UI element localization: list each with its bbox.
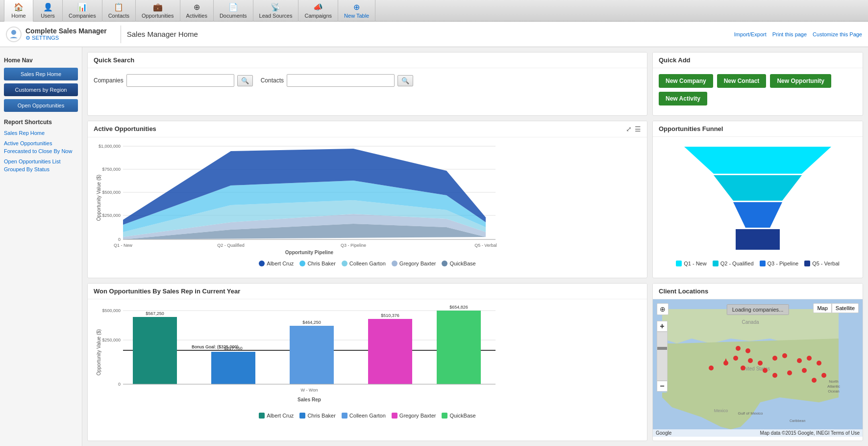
q3-label: Q3 - Pipeline: [768, 261, 799, 266]
nav-home[interactable]: 🏠 Home: [4, 0, 33, 22]
top-navigation: 🏠 Home 👤 Users 📊 Companies 📋 Contacts 💼 …: [0, 0, 868, 22]
map-nav-button[interactable]: ⊕: [657, 303, 669, 315]
companies-icon: 📊: [77, 2, 87, 12]
svg-text:$1,000,000: $1,000,000: [99, 144, 121, 149]
documents-icon: 📄: [228, 2, 238, 12]
shortcut-active-opportunities[interactable]: Active Opportunities Forecasted to Close…: [4, 140, 78, 155]
zoom-out-button[interactable]: −: [657, 381, 668, 392]
companies-search-button[interactable]: 🔍: [237, 75, 253, 86]
won-title: Won Opportunities By Sales Rep in Curren…: [94, 288, 240, 295]
contacts-search-button[interactable]: 🔍: [397, 75, 413, 86]
nav-lead-sources[interactable]: 📡 Lead Sources: [253, 0, 299, 22]
funnel-legend-q2: Q2 - Qualified: [713, 261, 754, 266]
svg-point-65: [748, 358, 753, 363]
contacts-label: Contacts: [261, 77, 284, 84]
won-svg: Opportunity Value ($) $500,000 $250,000 …: [94, 303, 505, 406]
search-form: Companies 🔍 Contacts 🔍: [88, 68, 647, 93]
won-legend-albert: Albert Cruz: [259, 413, 294, 419]
settings-link[interactable]: SETTINGS: [25, 35, 107, 41]
map-attribution: Map data ©2015 Google, INEGI Terms of Us…: [760, 430, 860, 436]
open-opportunities-button[interactable]: Open Opportunities: [4, 99, 78, 112]
quick-add-panel: Quick Add New Company New Contact New Op…: [652, 52, 863, 116]
map-button[interactable]: Map: [813, 303, 831, 313]
svg-text:Caribbean: Caribbean: [790, 419, 805, 422]
sales-rep-home-button[interactable]: Sales Rep Home: [4, 68, 78, 80]
colleen-garton-label: Colleen Garton: [349, 261, 386, 266]
lead-sources-icon: 📡: [271, 2, 280, 12]
new-opportunity-button[interactable]: New Opportunity: [770, 74, 831, 88]
map-footer: Google Map data ©2015 Google, INEGI Term…: [653, 429, 863, 437]
shortcut-open-opportunities[interactable]: Open Opportunities List Grouped By Statu…: [4, 158, 78, 173]
svg-text:$510,376: $510,376: [381, 313, 399, 318]
funnel-body: Q1 - New Q2 - Qualified Q3 - Pipeline Q5…: [653, 137, 863, 274]
svg-point-77: [745, 348, 750, 353]
nav-companies[interactable]: 📊 Companies: [63, 0, 102, 22]
svg-text:W - Won: W - Won: [301, 388, 318, 393]
won-quickbase-dot: [442, 413, 447, 419]
customers-by-region-button[interactable]: Customers by Region: [4, 83, 78, 96]
nav-opportunities[interactable]: 💼 Opportunities: [136, 0, 180, 22]
legend-gregory-baxter: Gregory Baxter: [392, 261, 436, 266]
print-link[interactable]: Print this page: [772, 31, 807, 37]
satellite-button[interactable]: Satellite: [832, 303, 859, 313]
legend-quickbase: QuickBase: [442, 261, 475, 266]
menu-button[interactable]: ☰: [635, 125, 641, 133]
import-export-link[interactable]: Import/Export: [734, 31, 767, 37]
map-container[interactable]: Gulf of Mexico North Atlantic Ocean Cana…: [653, 299, 863, 437]
map-navigation-controls: ⊕: [657, 303, 669, 315]
albert-cruz-dot: [259, 261, 265, 266]
new-table-icon: ⊕: [353, 2, 360, 12]
won-albert-dot: [259, 413, 265, 419]
home-nav-title: Home Nav: [4, 57, 78, 64]
svg-text:Sales Rep: Sales Rep: [298, 397, 321, 402]
svg-point-68: [782, 353, 787, 358]
svg-point-63: [733, 356, 738, 361]
svg-text:$217,750: $217,750: [224, 346, 243, 351]
expand-button[interactable]: ⤢: [626, 125, 632, 133]
gregory-baxter-label: Gregory Baxter: [399, 261, 436, 266]
won-chart-container: Opportunity Value ($) $500,000 $250,000 …: [88, 299, 647, 410]
contacts-input[interactable]: [287, 74, 395, 87]
shortcuts-title: Report Shortcuts: [4, 119, 78, 126]
nav-new-table[interactable]: ⊕ New Table: [338, 0, 375, 22]
svg-text:Opportunity Pipeline: Opportunity Pipeline: [285, 250, 334, 255]
new-activity-button[interactable]: New Activity: [659, 92, 707, 105]
nav-campaigns[interactable]: 📣 Campaigns: [298, 0, 338, 22]
companies-label: Companies: [94, 77, 124, 84]
customize-link[interactable]: Customize this Page: [813, 31, 862, 37]
opportunities-chart-container: Opportunity Value ($) $1,000,000 $750,00…: [88, 137, 647, 258]
campaigns-icon: 📣: [313, 2, 323, 12]
chris-baker-label: Chris Baker: [307, 261, 335, 266]
svg-point-74: [772, 373, 777, 378]
nav-users[interactable]: 👤 Users: [33, 0, 63, 22]
svg-point-66: [758, 361, 763, 366]
svg-text:Atlantic: Atlantic: [827, 384, 840, 389]
nav-contacts[interactable]: 📋 Contacts: [102, 0, 136, 22]
quick-add-body: New Company New Contact New Opportunity …: [653, 68, 863, 111]
q1-dot: [676, 261, 682, 266]
svg-text:$250,000: $250,000: [102, 338, 121, 342]
svg-point-69: [797, 358, 802, 363]
svg-point-78: [709, 366, 714, 370]
svg-rect-44: [437, 311, 481, 384]
svg-point-67: [772, 356, 777, 361]
won-legend-quickbase: QuickBase: [442, 413, 475, 419]
map-type-buttons: Map Satellite: [813, 303, 859, 313]
shortcut-sales-rep-home[interactable]: Sales Rep Home: [4, 130, 78, 137]
svg-marker-25: [733, 202, 782, 228]
funnel-legend-q5: Q5 - Verbal: [804, 261, 840, 266]
nav-activities[interactable]: ⊕ Activities: [180, 0, 214, 22]
zoom-track[interactable]: [657, 332, 668, 381]
svg-text:Q1 - New: Q1 - New: [114, 243, 133, 248]
opportunities-actions: ⤢ ☰: [626, 125, 641, 133]
won-colleen-dot: [342, 413, 347, 419]
q2-label: Q2 - Qualified: [720, 261, 754, 266]
zoom-in-button[interactable]: +: [657, 321, 668, 332]
svg-rect-40: [290, 326, 334, 384]
nav-documents[interactable]: 📄 Documents: [214, 0, 253, 22]
svg-text:Q3 - Pipeline: Q3 - Pipeline: [341, 243, 366, 248]
new-company-button[interactable]: New Company: [659, 74, 713, 88]
new-contact-button[interactable]: New Contact: [717, 74, 767, 88]
companies-input[interactable]: [126, 74, 234, 87]
nav-campaigns-label: Campaigns: [304, 13, 332, 19]
